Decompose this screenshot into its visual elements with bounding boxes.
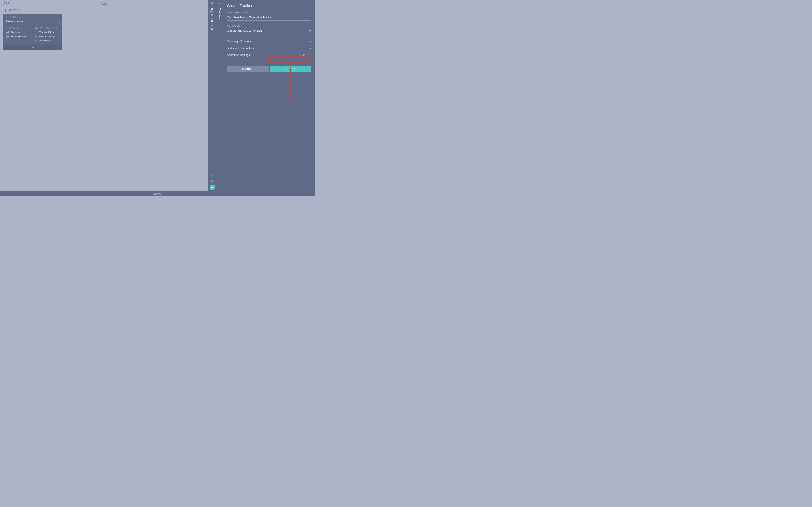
annotation-arrow-icon [288,67,293,101]
additional-parameters-row[interactable]: Additional Parameters [227,45,311,52]
chevron-right-icon [310,41,311,42]
document-icon [6,35,9,38]
demo-label: DEMO [153,192,161,195]
setup-heading: SET UP YOUR APP [35,26,60,29]
svg-point-15 [211,180,212,180]
svg-point-13 [36,40,37,41]
chevron-right-icon [310,47,311,49]
app-store-icon[interactable] [210,173,214,177]
tracker-urls-link[interactable]: Tracker URLs [35,30,60,35]
dropdown-icon [309,30,311,31]
app-rail: adjust Demo App A [208,0,216,191]
chevron-down-icon [32,47,34,48]
collapse-left-icon[interactable] [219,2,220,5]
svg-rect-2 [8,31,9,34]
cancel-button[interactable]: CANCEL [227,66,269,72]
panel-title: Create Tracker [227,4,311,8]
copy-icon[interactable] [57,20,60,23]
menu-label: MENU [8,2,16,5]
top-bar: MENU Apps [0,0,208,7]
link-icon [35,31,37,34]
svg-line-12 [35,37,37,37]
attribution-default-tag: DEFAULT [297,54,308,56]
menu-button[interactable]: MENU [3,1,16,5]
tracker-name-label: TRACKER NAME [227,11,311,14]
svg-rect-0 [6,33,7,34]
android-icon[interactable] [210,179,214,183]
app-card: APP TOKEN 69nsstype5uv VIEW & REPORT Sta… [3,13,62,50]
create-tracker-panel: Create Tracker TRACKER NAME NETWORK Goog… [223,0,315,191]
all-settings-link[interactable]: All Settings [35,39,60,43]
email-reports-link[interactable]: Email Reports [6,35,31,39]
partner-setup-link[interactable]: Partner Setup [35,35,60,39]
tracker-name-input[interactable] [227,15,311,20]
share-icon [35,35,37,38]
trackers-rail: Trackers [216,0,223,191]
trackers-rail-label[interactable]: Trackers [218,8,221,19]
new-app-button[interactable]: NEW APP [0,7,208,13]
app-badge[interactable]: A [210,185,214,190]
page-title: Apps [101,2,108,5]
svg-point-7 [36,32,37,33]
attribution-settings-row[interactable]: Attribution Settings DEFAULT [227,52,311,58]
app-token-label: APP TOKEN [6,16,60,18]
chevron-right-icon [310,54,311,56]
campaign-structure-row[interactable]: Campaign Structure [227,38,311,45]
bar-chart-icon [6,31,9,34]
network-label: NETWORK [227,25,311,27]
card-expand-toggle[interactable] [3,45,62,50]
apps-main-area: MENU Apps NEW APP APP TOKEN 69nsstype5uv… [0,0,208,191]
adjust-logo-icon [3,1,7,5]
svg-marker-18 [289,67,292,70]
collapse-left-icon[interactable] [211,2,213,5]
svg-line-11 [35,36,37,37]
svg-point-14 [35,40,37,42]
view-report-heading: VIEW & REPORT [6,26,31,29]
demo-footer: DEMO [0,191,315,196]
network-value: Google Ads App Extension [227,29,262,33]
plus-icon [4,9,7,12]
network-select[interactable]: Google Ads App Extension [227,28,311,34]
gear-icon [35,39,37,42]
new-app-label: NEW APP [9,9,22,12]
app-rail-label[interactable]: adjust Demo App [210,8,214,30]
app-token-value: 69nsstype5uv [6,20,23,23]
statistics-link[interactable]: Statistics [6,30,31,35]
svg-rect-1 [7,32,8,34]
